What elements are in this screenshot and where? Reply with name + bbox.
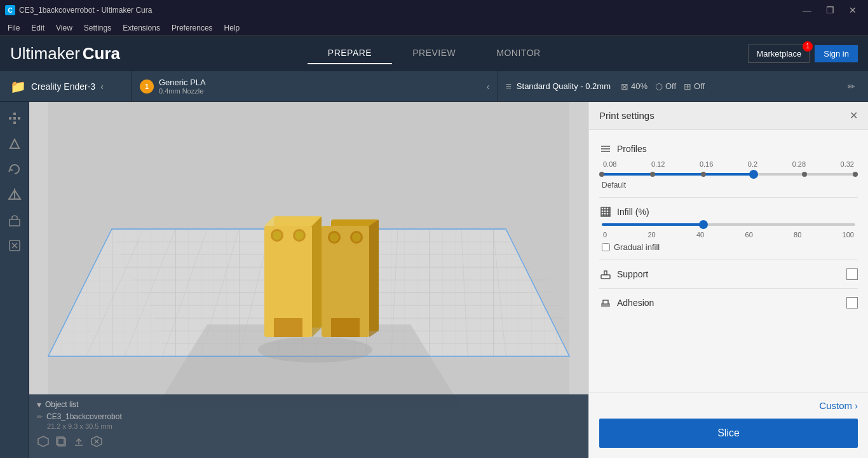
adhesion-label: Adhesion (617, 298, 654, 308)
window-title: CE3_1backcoverrobot - Ultimaker Cura (19, 6, 152, 15)
app-icon: C (5, 5, 15, 15)
sidebar-tool-rotate[interactable] (3, 158, 26, 181)
menu-preferences[interactable]: Preferences (166, 22, 218, 34)
slice-button[interactable]: Slice (599, 419, 858, 448)
object-icon-box[interactable] (37, 435, 50, 450)
infill-icon: ⊠ (621, 81, 628, 92)
minimize-button[interactable]: — (797, 0, 817, 20)
infill-slider-container: 0 20 40 60 80 100 Gradual infill (599, 223, 858, 252)
object-size: 21.2 x 9.3 x 30.5 mm (47, 422, 581, 430)
sidebar-tool-mirror[interactable] (3, 183, 26, 206)
print-settings-close[interactable]: ✕ (850, 109, 858, 121)
infill-labels: 0 20 40 60 80 100 (602, 231, 855, 239)
object-list-item: ✏ CE3_1backcoverrobot (37, 412, 581, 421)
adhesion-row: Adhesion (599, 289, 858, 317)
infill-ctrl[interactable]: ⊠ 40% (621, 81, 648, 92)
support-row: Support (599, 260, 858, 289)
print-settings-title: Print settings (599, 110, 654, 121)
quality-section[interactable]: ≡ Standard Quality - 0.2mm ⊠ 40% ⬡ Off ⊞… (498, 71, 864, 101)
marketplace-button[interactable]: Marketplace 1 (748, 45, 810, 63)
svg-rect-55 (331, 318, 360, 337)
svg-rect-75 (604, 271, 607, 275)
custom-button[interactable]: Custom › (819, 400, 858, 411)
profiles-label: Profiles (617, 144, 647, 154)
quality-icon: ≡ (506, 81, 512, 92)
support-ctrl[interactable]: ⬡ Off (655, 81, 676, 92)
object-list-label: Object list (45, 400, 79, 409)
quality-controls: ⊠ 40% ⬡ Off ⊞ Off (621, 81, 705, 92)
signin-button[interactable]: Sign in (815, 45, 858, 62)
svg-rect-4 (13, 117, 16, 120)
print-settings-footer: Custom › (589, 392, 868, 419)
svg-marker-47 (312, 216, 322, 337)
material-nozzle: 0.4mm Nozzle (159, 87, 206, 95)
material-badge: 1 (140, 80, 154, 94)
menu-file[interactable]: File (3, 22, 25, 34)
print-settings-panel: Print settings ✕ Profiles (588, 102, 868, 458)
menu-extensions[interactable]: Extensions (118, 22, 165, 34)
infill-slider-track[interactable] (602, 223, 855, 226)
gradual-infill-checkbox[interactable] (602, 243, 610, 251)
quality-name: Standard Quality - 0.2mm (517, 81, 611, 91)
sidebar-tool-move[interactable] (3, 107, 26, 130)
printer-section[interactable]: 📁 Creality Ender-3 ‹ (5, 71, 132, 101)
svg-rect-1 (13, 121, 16, 124)
sidebar-tool-per-model[interactable] (3, 209, 26, 232)
support-left: Support (599, 268, 648, 281)
left-sidebar (0, 102, 29, 458)
svg-marker-5 (10, 139, 19, 148)
close-button[interactable]: ✕ (843, 0, 863, 20)
material-chevron[interactable]: ‹ (487, 81, 490, 92)
printer-name: Creality Ender-3 (31, 81, 95, 92)
svg-marker-57 (38, 436, 48, 447)
maximize-button[interactable]: ❐ (820, 0, 840, 20)
svg-point-45 (295, 231, 304, 240)
material-name: Generic PLA (159, 78, 206, 87)
profiles-header: Profiles (599, 142, 858, 155)
gradual-infill-row: Gradual infill (602, 242, 855, 252)
tab-preview[interactable]: PREVIEW (392, 43, 476, 64)
menu-view[interactable]: View (51, 22, 78, 34)
adhesion-ctrl[interactable]: ⊞ Off (684, 81, 705, 92)
menu-help[interactable]: Help (219, 22, 245, 34)
object-list-header[interactable]: ▾ Object list (37, 399, 581, 410)
menu-edit[interactable]: Edit (26, 22, 50, 34)
object-name: CE3_1backcoverrobot (46, 412, 122, 421)
main: ▾ Object list ✏ CE3_1backcoverrobot 21.2… (0, 102, 868, 458)
print-settings-content: Profiles 0.08 0.12 0.16 0.2 0.28 0.32 (589, 130, 868, 392)
svg-marker-7 (15, 190, 20, 199)
gradual-infill-label[interactable]: Gradual infill (614, 242, 660, 252)
object-icon-upload[interactable] (72, 435, 85, 450)
logo-ultimaker: Ultimaker (10, 44, 80, 64)
titlebar: C CE3_1backcoverrobot - Ultimaker Cura —… (0, 0, 868, 20)
infill-label: Infill (%) (617, 207, 649, 217)
infill-header: Infill (%) (599, 205, 858, 218)
material-section[interactable]: 1 Generic PLA 0.4mm Nozzle ‹ (132, 71, 498, 101)
adhesion-checkbox[interactable] (846, 297, 858, 309)
svg-rect-8 (10, 219, 20, 226)
sidebar-tool-scale[interactable] (3, 132, 26, 155)
profile-slider-container: 0.08 0.12 0.16 0.2 0.28 0.32 (599, 160, 858, 190)
logo: Ultimaker Cura (10, 44, 120, 64)
menubar: File Edit View Settings Extensions Prefe… (0, 20, 868, 36)
menu-settings[interactable]: Settings (79, 22, 116, 34)
tab-monitor[interactable]: MONITOR (476, 43, 560, 64)
svg-marker-6 (9, 190, 15, 199)
infill-row: Infill (%) 0 20 40 60 80 100 (599, 198, 858, 260)
tab-prepare[interactable]: PREPARE (308, 43, 392, 64)
printer-chevron[interactable]: ‹ (100, 81, 104, 92)
pen-icon[interactable]: ✏ (848, 81, 855, 92)
object-icon-delete[interactable] (90, 435, 103, 450)
object-icon-duplicate[interactable] (55, 435, 67, 450)
svg-rect-3 (18, 117, 20, 120)
titlebar-controls[interactable]: — ❐ ✕ (797, 0, 863, 20)
edit-icon[interactable]: ✏ (37, 413, 43, 421)
support-checkbox[interactable] (846, 268, 858, 280)
profiles-row: Profiles 0.08 0.12 0.16 0.2 0.28 0.32 (599, 135, 858, 198)
profile-slider-track[interactable] (602, 173, 855, 176)
viewport[interactable]: ▾ Object list ✏ CE3_1backcoverrobot 21.2… (29, 102, 588, 458)
infill-icon (599, 205, 612, 218)
sidebar-tool-support[interactable] (3, 234, 26, 257)
header-tabs: PREPARE PREVIEW MONITOR (308, 43, 561, 64)
folder-icon[interactable]: 📁 (10, 79, 26, 94)
